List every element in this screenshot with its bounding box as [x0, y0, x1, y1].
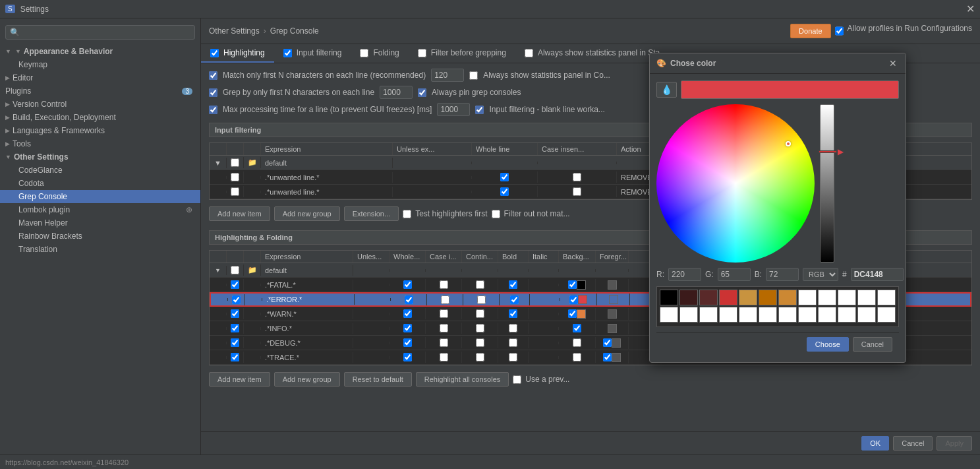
swatch-w14[interactable] — [818, 307, 836, 323]
r-input[interactable]: 220 — [668, 268, 701, 281]
brightness-slider[interactable] — [820, 104, 834, 263]
swatch-orange[interactable] — [759, 290, 777, 305]
color-preview-row: 💧 — [656, 80, 899, 99]
color-mode-select[interactable]: RGB HSB HSL — [803, 268, 838, 281]
g-input[interactable]: 65 — [718, 268, 751, 281]
brightness-arrow-icon: ▶ — [838, 147, 844, 156]
eyedropper-button[interactable]: 💧 — [656, 82, 677, 98]
swatch-white2[interactable] — [818, 290, 836, 305]
dialog-title-bar: 🎨 Chose color ✕ — [650, 53, 906, 74]
swatches-row-2 — [660, 307, 896, 323]
swatch-w8[interactable] — [699, 307, 718, 323]
swatch-w7[interactable] — [679, 307, 698, 323]
hex-input[interactable] — [851, 268, 904, 281]
swatch-dark-red[interactable] — [679, 290, 698, 305]
swatch-white4[interactable] — [857, 290, 876, 305]
swatch-w13[interactable] — [798, 307, 817, 323]
color-wheel[interactable] — [656, 104, 815, 263]
swatch-w16[interactable] — [857, 307, 876, 323]
dialog-title: Chose color — [670, 59, 716, 68]
swatches-row-1 — [660, 290, 896, 305]
swatch-orange-brown[interactable] — [739, 290, 757, 305]
color-wheel-wrapper[interactable] — [656, 104, 815, 263]
dialog-body: 💧 ▶ — [650, 74, 906, 362]
b-input[interactable]: 72 — [766, 268, 799, 281]
color-preview-bar[interactable] — [681, 80, 899, 99]
swatch-white5[interactable] — [877, 290, 896, 305]
choose-button[interactable]: Choose — [807, 337, 849, 352]
dialog-footer: Choose Cancel — [656, 332, 899, 356]
swatch-w6[interactable] — [660, 307, 678, 323]
swatch-w10[interactable] — [739, 307, 757, 323]
swatch-white1[interactable] — [798, 290, 817, 305]
hash-label: # — [842, 270, 847, 279]
brightness-slider-container: ▶ — [820, 104, 834, 263]
g-label: G: — [705, 270, 714, 279]
swatch-black[interactable] — [660, 290, 678, 305]
dialog-close-button[interactable]: ✕ — [887, 57, 899, 69]
swatch-red[interactable] — [719, 290, 737, 305]
swatch-w9[interactable] — [719, 307, 737, 323]
swatch-w12[interactable] — [778, 307, 797, 323]
dialog-overlay: 🎨 Chose color ✕ 💧 — [0, 0, 980, 469]
b-label: B: — [755, 270, 762, 279]
dialog-icon: 🎨 — [656, 59, 666, 68]
color-dialog: 🎨 Chose color ✕ 💧 — [649, 53, 906, 363]
swatch-w15[interactable] — [838, 307, 856, 323]
swatch-white3[interactable] — [838, 290, 856, 305]
swatches-container — [656, 286, 899, 327]
rgb-row: R: 220 G: 65 B: 72 RGB HSB HSL # — [656, 268, 899, 281]
swatch-w11[interactable] — [759, 307, 777, 323]
swatch-w17[interactable] — [877, 307, 896, 323]
r-label: R: — [656, 270, 664, 279]
dialog-cancel-button[interactable]: Cancel — [853, 337, 892, 352]
swatch-orange2[interactable] — [778, 290, 797, 305]
brightness-handle — [819, 150, 837, 153]
swatch-dark-red2[interactable] — [699, 290, 718, 305]
color-wheel-container: ▶ — [656, 104, 899, 263]
